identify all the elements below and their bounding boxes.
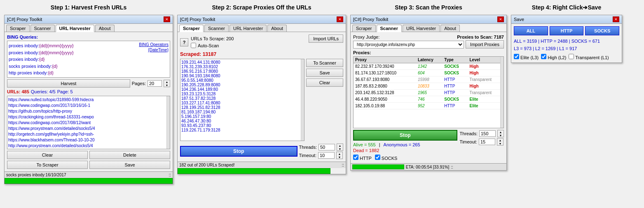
pages-down-btn[interactable]: ▼ xyxy=(164,83,170,87)
harvest-button[interactable]: Harvest xyxy=(7,79,130,88)
timeout-row-2: Timeout: ▲ ▼ xyxy=(299,152,343,159)
scraped-label: Scraped: 13187 xyxy=(180,51,343,57)
step4-title-text: Step 4: Right Click➔Save xyxy=(532,4,601,11)
elite-checkbox[interactable] xyxy=(514,54,519,59)
threads-down-2[interactable]: ▼ xyxy=(337,147,343,150)
timeout-up-2[interactable]: ▲ xyxy=(337,152,342,155)
tab-about-2[interactable]: About xyxy=(267,25,287,32)
dead-label: Dead = 1882 xyxy=(353,148,379,153)
bing-operators-link[interactable]: BING Operators xyxy=(139,42,169,47)
scan-timeout-label: Timeout: xyxy=(460,139,477,144)
proxy-type: SOCKS xyxy=(443,70,468,76)
step2-status-bar: 182 out of 200 URLs Scraped! :: xyxy=(178,162,346,168)
proxy-type: HTTP xyxy=(443,83,468,90)
scrollbar[interactable] xyxy=(166,96,170,149)
scan-threads-input[interactable] xyxy=(479,130,496,137)
scan-timeout-input[interactable] xyxy=(479,139,495,145)
save-button-1[interactable]: Save xyxy=(89,161,170,169)
step1-close-button[interactable]: ✕ xyxy=(164,16,170,22)
tab-about-3[interactable]: About xyxy=(440,25,460,32)
step3-progress-fill xyxy=(352,164,404,169)
datetime-link[interactable]: {DateTime} xyxy=(148,48,169,52)
proxy-item-12: 81.169.187.194:80 xyxy=(181,110,303,114)
to-scanner-button[interactable]: To Scanner xyxy=(306,59,343,67)
step1-window: [C#] Proxy Toolkit ✕ Scraper Scanner URL… xyxy=(4,15,173,184)
proxy-addr: 82.232.97.170:39240 xyxy=(354,63,416,70)
proxy-judge-select[interactable]: http://proxyjudge.info/azenv.php xyxy=(353,41,464,49)
tab-scanner-3[interactable]: Scanner xyxy=(377,25,402,32)
tab-about-1[interactable]: About xyxy=(95,25,115,32)
tab-urlharvester-1[interactable]: URL Harvester xyxy=(56,25,94,32)
proxy-item-13: 5.196.157.19:80 xyxy=(181,114,303,119)
timeout-down-2[interactable]: ▼ xyxy=(337,155,342,159)
tab-scanner-1[interactable]: Scanner xyxy=(30,25,55,32)
delete-button[interactable]: Delete xyxy=(89,151,170,159)
tab-scanner-2[interactable]: Scanner xyxy=(204,25,229,32)
auto-scan-checkbox[interactable] xyxy=(191,43,196,48)
proxy-list-box[interactable]: 109.231.44.131:8080 176.31.239.33:8102 1… xyxy=(180,59,304,141)
import-urls-button[interactable]: Import URLs xyxy=(309,35,343,43)
to-scraper-button[interactable]: To Scraper xyxy=(7,161,88,169)
timeout-label-2: Timeout: xyxy=(299,153,316,158)
save-close-button[interactable]: ✕ xyxy=(613,16,619,22)
proxy-type: SOCKS xyxy=(443,63,468,70)
proxy-table-container[interactable]: Proxy Latency Type Level 82.232.97.170:3… xyxy=(353,56,504,128)
url-btn-row-2: To Scraper Save xyxy=(7,161,170,169)
stop-button-2[interactable]: Stop xyxy=(180,146,297,157)
url-item-2: https://www.codingwap.com/2017/10/16/16-… xyxy=(8,103,169,109)
proxy-latency: 1342 xyxy=(416,63,443,70)
table-row: 187.85.83.2:8080 10833 HTTP High xyxy=(354,83,503,90)
url-list-box[interactable]: https://www.nulled.to/topic/318980-599:h… xyxy=(7,96,170,149)
step1-window-title: [C#] Proxy Toolkit xyxy=(7,17,42,22)
http-button[interactable]: HTTP xyxy=(550,26,584,35)
clear-button-1[interactable]: Clear xyxy=(7,151,88,159)
save-button-2[interactable]: Save xyxy=(306,69,343,77)
tab-scraper-1[interactable]: Scraper xyxy=(6,25,30,32)
proxy-latency: 15998 xyxy=(416,76,443,83)
transparent-checkbox[interactable] xyxy=(569,54,574,59)
proxy-table-scrollbar[interactable] xyxy=(500,57,503,128)
step3-close-button[interactable]: ✕ xyxy=(497,16,504,22)
step2-column: Step 2: Scrape Proxies Off the URLs [C#]… xyxy=(177,4,346,174)
all-button[interactable]: ALL xyxy=(514,26,548,35)
scan-stats: Alive = 555 | Anonymous = 265 xyxy=(353,142,457,147)
import-proxies-button[interactable]: Import Proxies xyxy=(466,40,504,49)
tab-scraper-2[interactable]: Scraper xyxy=(179,25,204,32)
url-item-7: http://orgetech.com/gqfihw/yekiyin.php?i… xyxy=(8,132,169,137)
tab-scraper-3[interactable]: Scraper xyxy=(352,25,376,32)
scan-right: Threads: ▲ ▼ Timeout: ▲ ▼ xyxy=(460,130,504,146)
threads-spinner-2: ▲ ▼ xyxy=(337,143,343,151)
url-item-1: https://www.nulled.to/topic/318980-599:h… xyxy=(8,97,169,103)
scan-timeout-down[interactable]: ▼ xyxy=(497,142,503,145)
clear-button-2[interactable]: Clear xyxy=(306,79,343,87)
help-button[interactable]: ? xyxy=(180,38,188,46)
scan-timeout-up[interactable]: ▲ xyxy=(497,139,503,142)
step3-title: Step 3: Scan the Proxies xyxy=(395,4,462,11)
http-checkbox[interactable] xyxy=(353,155,358,160)
tab-urlharvester-2[interactable]: URL Harvester xyxy=(229,25,267,32)
socks-checkbox[interactable] xyxy=(375,155,380,160)
socks-button[interactable]: SOCKS xyxy=(585,26,619,35)
save-buttons-row: ALL HTTP SOCKS xyxy=(514,26,619,35)
scan-threads-down[interactable]: ▼ xyxy=(498,134,503,137)
pages-up-btn[interactable]: ▲ xyxy=(164,80,170,83)
step2-close-button[interactable]: ✕ xyxy=(337,16,343,22)
timeout-input-2[interactable] xyxy=(318,152,335,159)
url-item-5: https://www.codingwap.com/2017/08/12/wan… xyxy=(8,120,169,126)
dead-row: Dead = 1882 xyxy=(353,148,457,153)
threads-up-2[interactable]: ▲ xyxy=(337,144,343,147)
scan-threads-up[interactable]: ▲ xyxy=(498,130,503,134)
tab-urlharvester-3[interactable]: URL Harvester xyxy=(403,25,440,32)
stop-button-3[interactable]: Stop xyxy=(353,130,457,141)
proxy-latency: 746 xyxy=(416,96,443,103)
step3-content: Proxy Judge: Proxies to Scan: 7187 http:… xyxy=(351,32,506,163)
step1-content: BING Queries: proxies inbody:{dd}{mmm}{y… xyxy=(5,32,173,171)
http-checkbox-text: HTTP xyxy=(360,156,372,161)
pages-input[interactable] xyxy=(148,80,162,87)
step2-title: Step 2: Scrape Proxies Off the URLs xyxy=(212,4,311,11)
step2-top-row: ? URLs To Scrape: 200 Import URLs Auto-S… xyxy=(180,35,343,50)
proxy-list-scrollbar[interactable] xyxy=(301,59,304,141)
threads-input-2[interactable] xyxy=(318,144,335,150)
high-checkbox[interactable] xyxy=(541,54,546,59)
queries-count: Queries: 4/5 xyxy=(31,89,56,94)
